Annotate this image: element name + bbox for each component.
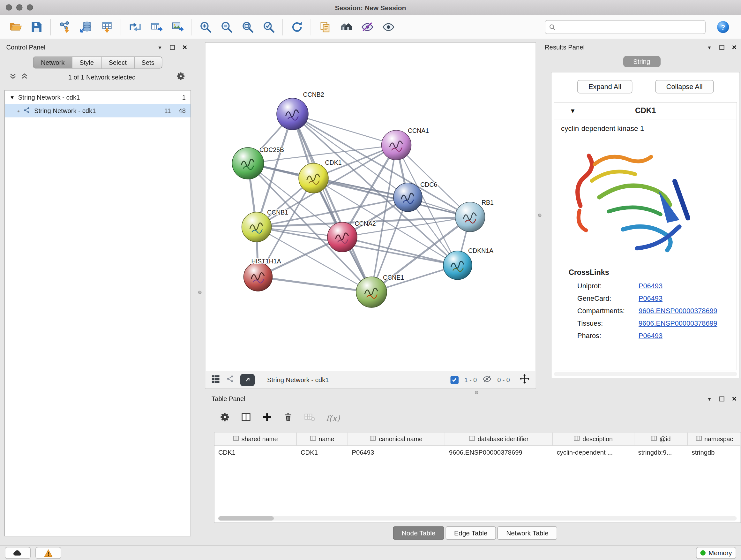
table-cell[interactable]: CDK1 [214,446,297,459]
table-column-header[interactable]: canonical name [348,433,446,446]
panel-menu-icon[interactable]: ▾ [156,44,164,51]
tab-edge-table[interactable]: Edge Table [446,526,496,540]
table-column-header[interactable]: namespac [688,433,741,446]
cdk1-entry-header[interactable]: ▼ CDK1 [554,103,737,119]
panel-close-icon[interactable]: ✕ [181,44,189,51]
add-column-plus-icon[interactable] [262,412,273,424]
network-node-CCNB2[interactable]: CCNB2 [277,91,324,130]
right-splitter-handle[interactable] [538,213,542,217]
table-cell[interactable]: stringdb:9... [634,446,688,459]
show-graphics-details-button[interactable] [378,17,399,37]
panel-menu-icon[interactable]: ▾ [705,44,714,51]
export-image-button[interactable] [166,17,188,37]
return-to-home-button[interactable] [336,17,357,37]
panel-menu-icon[interactable]: ▾ [705,395,714,402]
table-column-header[interactable]: description [553,433,634,446]
zoom-out-button[interactable] [216,17,237,37]
hide-graphics-details-button[interactable] [357,17,378,37]
memory-button[interactable]: Memory [696,547,736,559]
selected-checkbox-icon[interactable] [450,376,459,384]
table-cell[interactable]: stringdb [688,446,741,459]
import-table-button[interactable] [96,17,118,37]
window-zoom-button[interactable] [27,4,33,11]
table-column-header[interactable]: name [297,433,348,446]
table-cell[interactable]: 9606.ENSP00000378699 [445,446,553,459]
crosslink-label: GeneCard: [577,295,638,302]
collapse-all-button[interactable]: Collapse All [655,80,714,94]
tab-select[interactable]: Select [101,57,134,69]
save-session-button[interactable] [26,17,47,37]
zoom-in-button[interactable] [195,17,216,37]
zoom-fit-content-button[interactable] [237,17,258,37]
import-network-from-file-button[interactable] [54,17,75,37]
table-column-header[interactable]: shared name [214,433,297,446]
zoom-selected-region-button[interactable] [258,17,279,37]
gear-icon[interactable] [176,71,186,83]
tab-network[interactable]: Network [33,57,72,69]
table-cell[interactable]: P06493 [348,446,446,459]
table-cell[interactable]: cyclin-dependent ... [553,446,634,459]
scrollbar-thumb[interactable] [218,516,274,521]
panel-float-icon[interactable] [718,395,726,402]
tab-network-table[interactable]: Network Table [497,526,557,540]
copy-to-clipboard-button[interactable] [315,17,336,37]
left-splitter-handle[interactable] [198,291,202,294]
refresh-view-button[interactable] [286,17,307,37]
expand-all-button[interactable]: Expand All [578,80,632,94]
grid-view-icon[interactable] [211,374,220,385]
tree-disclosure-icon[interactable]: ▼ [10,95,15,100]
panel-float-icon[interactable] [718,44,726,51]
table-cell[interactable]: CDK1 [297,446,348,459]
network-edge[interactable] [293,114,372,292]
function-builder-fx-icon[interactable]: f(x) [326,414,340,423]
hidden-eye-icon[interactable] [482,374,492,385]
network-collection-row[interactable]: ▼ String Network - cdk1 1 [5,91,191,104]
string-results-tab[interactable]: String [623,56,660,67]
tab-sets[interactable]: Sets [134,57,162,69]
crosslink-link[interactable]: P06493 [638,282,663,290]
panel-float-icon[interactable] [168,44,177,51]
network-edge[interactable] [258,277,372,292]
crosslink-link[interactable]: P06493 [638,332,663,340]
show-columns-icon[interactable] [241,412,252,424]
pan-crosshair-icon[interactable] [520,374,530,386]
tab-node-table[interactable]: Node Table [393,526,444,540]
network-edge[interactable] [293,114,397,145]
open-session-button[interactable] [5,17,26,37]
crosslink-link[interactable]: P06493 [638,295,663,302]
table-column-header[interactable]: database identifier [445,433,553,446]
network-node-HIST1H1A[interactable]: HIST1H1A [244,258,281,291]
table-settings-gear-icon[interactable] [220,412,230,424]
expand-all-networks-icon[interactable] [21,73,28,81]
table-row[interactable]: CDK1CDK1P064939606.ENSP00000378699cyclin… [214,446,741,459]
results-horizontal-scrollbar[interactable] [554,372,738,376]
birdseye-view-button[interactable] [240,374,255,386]
cloud-status-button[interactable] [5,547,30,559]
network-node-CCNA1[interactable]: CCNA1 [382,127,429,160]
window-minimize-button[interactable] [16,4,23,11]
network-node-CCNE1[interactable]: CCNE1 [356,274,404,307]
export-table-button[interactable] [145,17,166,37]
panel-close-icon[interactable]: ✕ [730,44,739,51]
network-row-selected[interactable]: • String Network - cdk1 11 48 [5,104,191,118]
window-close-button[interactable] [6,4,12,11]
network-node-RB1[interactable]: RB1 [455,199,494,232]
warnings-button[interactable] [36,547,61,559]
crosslink-link[interactable]: 9606.ENSP00000378699 [638,307,718,315]
network-canvas[interactable]: CCNB2CCNA1CDC25BCDK1CDC6RB1CCNB1CCNA2CDK… [205,43,536,371]
crosslink-link[interactable]: 9606.ENSP00000378699 [638,320,718,327]
search-input[interactable] [559,23,701,31]
tab-style[interactable]: Style [72,57,102,69]
delete-column-trash-icon[interactable] [283,412,293,424]
network-icon[interactable] [226,374,234,385]
help-button[interactable]: ? [712,17,733,37]
network-node-CCNA2[interactable]: CCNA2 [327,220,376,252]
table-column-header[interactable]: @id [634,433,688,446]
network-node-CDK1[interactable]: CDK1 [299,159,342,193]
table-horizontal-scrollbar[interactable] [218,516,737,521]
import-network-from-database-button[interactable] [75,17,96,37]
collapse-all-networks-icon[interactable] [10,73,16,81]
panel-close-icon[interactable]: ✕ [730,395,739,402]
export-network-button[interactable] [125,17,145,37]
entry-disclosure-icon[interactable]: ▼ [569,107,576,114]
